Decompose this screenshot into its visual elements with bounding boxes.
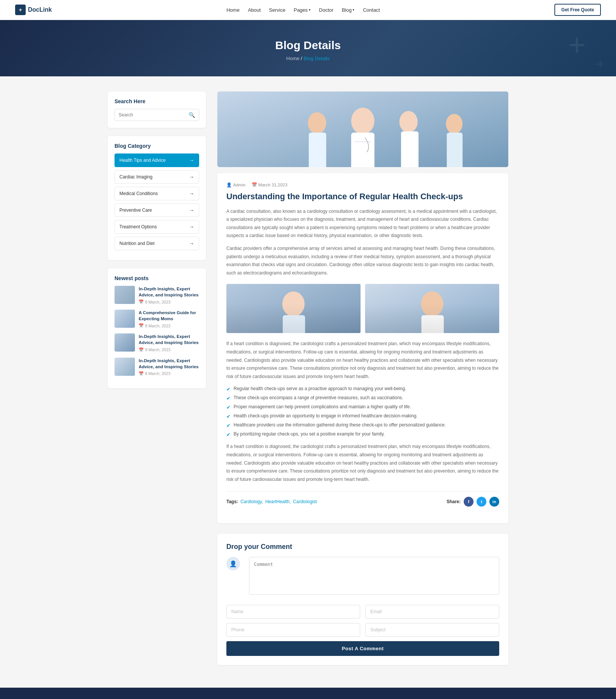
category-item-4[interactable]: Treatment Options → (115, 220, 199, 234)
post-title-0[interactable]: In-Depth Insights, Expert Advice, and In… (139, 286, 199, 298)
svg-rect-9 (447, 133, 463, 167)
tags-share-bar: Tags: Cardiology, HeartHealth, Cardiolog… (226, 491, 499, 507)
share-bar: Share: f t in (447, 497, 499, 507)
nav-home[interactable]: Home (226, 7, 240, 13)
post-title-2[interactable]: In-Depth Insights, Expert Advice, and In… (139, 333, 199, 346)
breadcrumb: Home / Blog Details (15, 56, 601, 61)
nav-service[interactable]: Service (269, 7, 285, 13)
share-label: Share: (447, 499, 461, 504)
category-arrow-icon: → (189, 191, 194, 197)
email-field (365, 605, 499, 618)
article-hero-image (217, 91, 508, 167)
main-content: Search Here 🔍 Blog Category Health Tips … (100, 91, 516, 665)
form-row-1 (226, 605, 499, 618)
check-icon: ✔ (226, 386, 231, 392)
check-icon: ✔ (226, 414, 231, 419)
search-box: 🔍 (115, 109, 199, 121)
nav-blog-dropdown[interactable]: Blog ▾ (342, 7, 354, 13)
nav-doctor[interactable]: Doctor (319, 7, 333, 13)
share-twitter-button[interactable]: t (477, 497, 486, 507)
tags: Tags: Cardiology, HeartHealth, Cardiolog… (226, 499, 317, 504)
comment-section: Drop your Comment 👤 (217, 534, 508, 665)
svg-rect-13 (365, 284, 499, 333)
category-item-3[interactable]: Preventive Care → (115, 203, 199, 217)
email-input[interactable] (365, 605, 499, 618)
name-input[interactable] (226, 605, 360, 618)
nav-contact[interactable]: Contact (363, 7, 380, 13)
checklist-item-2: ✔ Proper management can help prevent com… (226, 404, 499, 410)
phone-field (226, 623, 360, 637)
check-icon: ✔ (226, 395, 231, 401)
category-item-2[interactable]: Medical Conditions → (115, 187, 199, 200)
comment-heading: Drop your Comment (226, 543, 499, 551)
cta-button[interactable]: Get Free Quote (554, 4, 601, 16)
breadcrumb-home[interactable]: Home (286, 56, 300, 61)
category-arrow-icon: → (189, 157, 194, 163)
checklist-item-5: ✔ By prioritizing regular check-ups, you… (226, 431, 499, 437)
tag-1[interactable]: HeartHealth, (265, 499, 291, 504)
post-date-3: 8 March, 2023 (145, 371, 170, 376)
search-icon[interactable]: 🔍 (189, 112, 195, 118)
svg-rect-7 (401, 132, 418, 167)
share-linkedin-button[interactable]: in (489, 497, 499, 507)
avatar: 👤 (226, 557, 240, 570)
category-arrow-icon: → (189, 224, 194, 230)
share-facebook-button[interactable]: f (464, 497, 474, 507)
hero-title: Blog Details (15, 39, 601, 52)
category-item-5[interactable]: Nutrition and Diet → (115, 237, 199, 250)
logo-icon: + (15, 5, 26, 15)
newest-posts-section: Newest posts In-Depth Insights, Expert A… (108, 268, 206, 388)
hero-section: Blog Details Home / Blog Details (0, 20, 616, 76)
check-icon: ✔ (226, 423, 231, 428)
svg-point-4 (308, 112, 326, 134)
check-icon: ✔ (226, 432, 231, 437)
calendar-icon: 📅 (252, 182, 257, 188)
article-meta: 👤 Admin 📅 March 31,2023 (226, 182, 499, 188)
subject-input[interactable] (365, 623, 499, 637)
nav-logo[interactable]: + DocLink (15, 5, 52, 15)
post-thumbnail-0 (115, 286, 135, 304)
article-content-block: 👤 Admin 📅 March 31,2023 Understanding th… (217, 173, 508, 523)
nav-pages-dropdown[interactable]: Pages ▾ (294, 7, 311, 13)
search-input[interactable] (119, 112, 186, 118)
phone-input[interactable] (226, 623, 360, 637)
category-item-0[interactable]: Health Tips and Advice → (115, 153, 199, 167)
calendar-icon: 📅 (139, 323, 144, 328)
category-heading: Blog Category (115, 143, 199, 149)
subject-field (365, 623, 499, 637)
name-field (226, 605, 360, 618)
category-arrow-icon: → (189, 174, 194, 180)
svg-point-1 (351, 108, 375, 134)
nav-about[interactable]: About (248, 7, 261, 13)
post-date-0: 8 March, 2023 (145, 300, 170, 304)
article-mid-images (226, 284, 499, 333)
category-section: Blog Category Health Tips and Advice → C… (108, 136, 206, 260)
checklist-item-0: ✔ Regular health check-ups serve as a pr… (226, 386, 499, 392)
category-item-1[interactable]: Cardiac Imaging → (115, 170, 199, 184)
post-thumbnail-1 (115, 310, 135, 328)
article-mid-image-1 (365, 284, 499, 333)
svg-rect-15 (421, 315, 444, 333)
tags-label: Tags: (226, 499, 238, 504)
newest-posts-heading: Newest posts (115, 275, 199, 281)
post-title-1[interactable]: A Comprehensive Guide for Expecting Moms (139, 310, 199, 322)
article-paragraph-1: Cardiac providers offer a comprehensive … (226, 245, 499, 277)
post-date-2: 8 March, 2023 (145, 347, 170, 352)
category-arrow-icon: → (189, 207, 194, 213)
article-author: Admin (233, 183, 246, 187)
tag-0[interactable]: Cardiology, (240, 499, 263, 504)
navbar: + DocLink Home About Service Pages ▾ Doc… (0, 0, 616, 20)
nav-links: Home About Service Pages ▾ Doctor Blog ▾… (226, 7, 380, 13)
post-title-3[interactable]: In-Depth Insights, Expert Advice, and In… (139, 358, 199, 370)
article-mid-image-0 (226, 284, 361, 333)
category-arrow-icon: → (189, 240, 194, 246)
list-item: In-Depth Insights, Expert Advice, and In… (115, 286, 199, 304)
svg-point-8 (446, 114, 463, 134)
user-icon: 👤 (226, 182, 232, 188)
post-comment-button[interactable]: Post A Comment (226, 641, 499, 656)
checklist-item-4: ✔ Healthcare providers use the informati… (226, 422, 499, 428)
comment-textarea[interactable] (249, 557, 499, 595)
blog-chevron-icon: ▾ (353, 8, 354, 12)
check-icon: ✔ (226, 405, 231, 410)
tag-2[interactable]: Cardiologist (293, 499, 317, 504)
